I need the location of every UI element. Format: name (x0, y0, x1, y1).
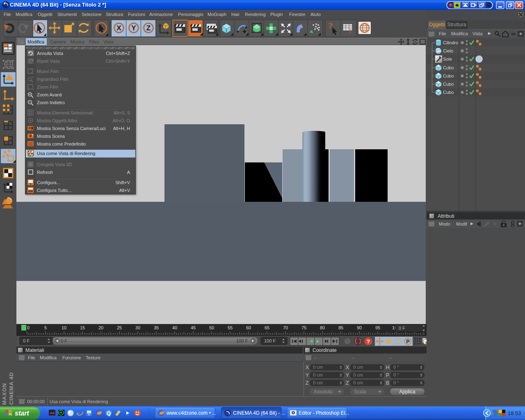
svg-text:18.53: 18.53 (508, 410, 521, 416)
svg-text:60: 60 (246, 325, 251, 330)
svg-text:Z: Z (146, 24, 151, 32)
svg-text:80: 80 (320, 325, 325, 330)
svg-text:45: 45 (191, 325, 196, 330)
svg-text:65: 65 (265, 325, 269, 330)
svg-text:0 F: 0 F (61, 338, 67, 343)
svg-text:15: 15 (80, 325, 85, 330)
svg-text:100 F: 100 F (236, 338, 248, 343)
svg-text:95: 95 (375, 325, 380, 330)
svg-text:?: ? (367, 338, 370, 345)
svg-text:www.c4dzone.com • ...: www.c4dzone.com • ... (166, 410, 216, 416)
svg-text:25: 25 (117, 325, 122, 330)
svg-text:5: 5 (44, 325, 47, 330)
svg-text:85: 85 (338, 325, 343, 330)
svg-text:Q: Q (107, 411, 111, 416)
svg-text:P: P (406, 339, 409, 345)
svg-text:X: X (116, 24, 121, 32)
svg-text:70: 70 (283, 325, 288, 330)
svg-text:100 F: 100 F (264, 338, 276, 343)
svg-text:10: 10 (62, 325, 66, 330)
svg-text:20: 20 (98, 325, 103, 330)
svg-text:0 F: 0 F (23, 338, 30, 343)
svg-text:Editor - Photoshop El...: Editor - Photoshop El... (299, 410, 349, 416)
svg-text:0 F: 0 F (399, 326, 405, 331)
svg-text:30: 30 (135, 325, 140, 330)
svg-text:55: 55 (228, 325, 233, 330)
svg-text:0: 0 (27, 325, 30, 330)
svg-text:90: 90 (357, 325, 362, 330)
svg-text:?: ? (328, 21, 333, 31)
svg-text:40: 40 (172, 325, 177, 330)
svg-text:35: 35 (154, 325, 159, 330)
svg-text:Y: Y (131, 24, 136, 32)
svg-text:50: 50 (209, 325, 214, 330)
svg-text:?: ? (349, 28, 352, 34)
svg-text:CINEMA 4D (64 Bit) - ...: CINEMA 4D (64 Bit) - ... (233, 410, 285, 416)
svg-text:start: start (15, 410, 29, 417)
svg-text:75: 75 (301, 325, 306, 330)
